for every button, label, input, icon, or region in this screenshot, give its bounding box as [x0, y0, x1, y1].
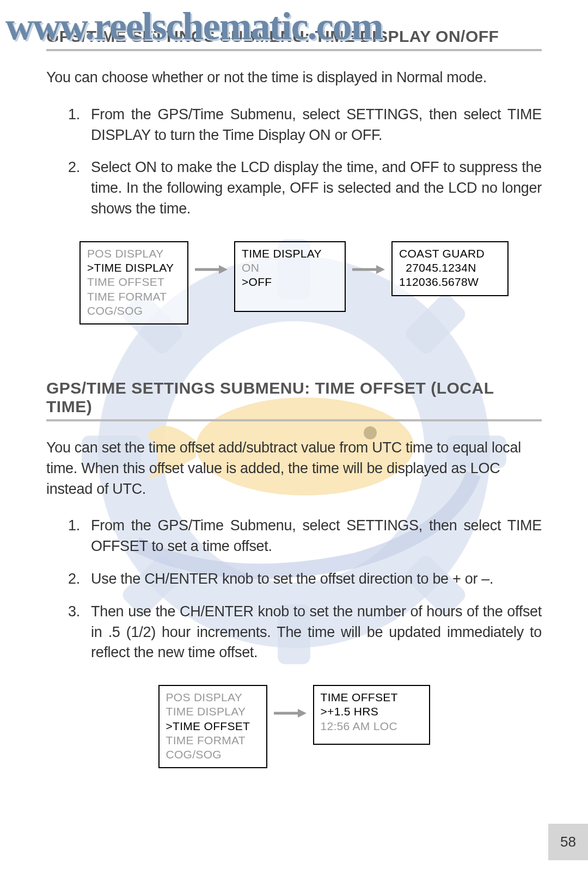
section2-step-2: 2.Use the CH/ENTER knob to set the offse…	[68, 569, 542, 590]
section2-steps: 1.From the GPS/Time Submenu, select SETT…	[46, 516, 542, 663]
lcd-box-settings-menu: POS DISPLAYTIME DISPLAY>TIME OFFSETTIME …	[158, 685, 267, 768]
lcd-box-settings-menu: POS DISPLAY>TIME DISPLAYTIME OFFSETTIME …	[79, 241, 188, 324]
lcd-box-time-offset: TIME OFFSET>+1.5 HRS12:56 AM LOC	[313, 685, 430, 745]
section1-heading: GPS/TIME SETTINGS SUBMENU: TIME DISPLAY …	[46, 27, 542, 51]
section1-steps: 1.From the GPS/Time Submenu, select SETT…	[46, 105, 542, 219]
svg-marker-13	[219, 265, 228, 274]
arrow-right-icon	[274, 708, 307, 719]
svg-marker-17	[298, 709, 307, 718]
svg-marker-15	[376, 265, 385, 274]
section1-diagram: POS DISPLAY>TIME DISPLAYTIME OFFSETTIME …	[46, 241, 542, 324]
section2-intro: You can set the time offset add/subtract…	[46, 438, 542, 499]
section1-step-1: 1.From the GPS/Time Submenu, select SETT…	[68, 105, 542, 146]
section1-step-2: 2.Select ON to make the LCD display the …	[68, 157, 542, 219]
page-number: 58	[548, 824, 588, 860]
section2-step-3: 3.Then use the CH/ENTER knob to set the …	[68, 602, 542, 663]
section2-step-1: 1.From the GPS/Time Submenu, select SETT…	[68, 516, 542, 557]
arrow-right-icon	[352, 264, 385, 275]
section2-heading: GPS/TIME SETTINGS SUBMENU: TIME OFFSET (…	[46, 379, 542, 421]
section1-intro: You can choose whether or not the time i…	[46, 68, 542, 88]
lcd-box-coast-guard: COAST GUARD 27045.1234N112036.5678W	[391, 241, 509, 296]
arrow-right-icon	[195, 264, 228, 275]
section2-diagram: POS DISPLAYTIME DISPLAY>TIME OFFSETTIME …	[46, 685, 542, 768]
lcd-box-time-display: TIME DISPLAYON>OFF	[234, 241, 346, 312]
